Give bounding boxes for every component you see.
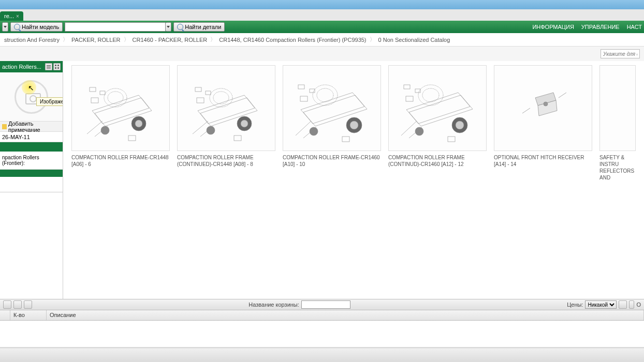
svg-point-40 <box>418 85 443 105</box>
parts-grid: COMPACTION ROLLER FRAME-CR1448 [A06] - 6… <box>63 61 644 299</box>
date-value: 26-MAY-11 <box>2 134 30 140</box>
svg-rect-35 <box>310 89 315 93</box>
part-label: SAFETY & INSTRU REFLECTORS AND <box>599 154 636 181</box>
cart-tool-2[interactable] <box>13 300 22 309</box>
add-note-label: Добавить примечание <box>8 120 61 133</box>
svg-point-7 <box>104 88 127 107</box>
part-card: COMPACTION ROLLER FRAME-CR1460 [A10] - 1… <box>283 65 381 168</box>
svg-point-11 <box>101 126 109 134</box>
part-thumbnail[interactable] <box>71 65 170 151</box>
price-label: Цены: <box>567 301 583 308</box>
breadcrumb-item[interactable]: PACKER, ROLLER <box>71 37 121 43</box>
svg-point-43 <box>456 121 464 129</box>
sidebar: action Rollers... ↖ Изображение недоступ… <box>0 61 63 299</box>
svg-rect-17 <box>128 135 136 141</box>
cart-name-input[interactable] <box>301 300 350 309</box>
th-quantity[interactable]: К-во <box>10 310 47 320</box>
chevron-down-icon <box>167 26 170 28</box>
cart-settings-button[interactable] <box>619 300 627 309</box>
history-dropdown[interactable] <box>2 22 8 32</box>
svg-rect-47 <box>406 96 413 101</box>
svg-rect-25 <box>197 98 204 103</box>
svg-point-32 <box>350 121 358 129</box>
svg-rect-2 <box>47 68 51 69</box>
price-select[interactable]: Никакой <box>585 300 617 309</box>
menu-settings[interactable]: НАСТ <box>627 24 642 30</box>
svg-rect-45 <box>404 85 410 89</box>
search-icon <box>177 24 183 30</box>
breadcrumb-item[interactable]: CR1448, CR1460 Compaction Rollers (Front… <box>219 37 366 43</box>
breadcrumb-item[interactable]: CR1460 - PACKER, ROLLER <box>133 37 208 43</box>
svg-rect-46 <box>415 89 420 93</box>
sidebar-title: action Rollers... <box>2 64 45 70</box>
breadcrumb-item[interactable]: 0 Non Sectionalized Catalog <box>378 37 450 43</box>
sidebar-section-header[interactable] <box>0 142 63 152</box>
toolbar-menu: ИНФОРМАЦИЯ УПРАВЛЕНИЕ НАСТ <box>532 21 642 33</box>
chevron-down-icon <box>4 26 7 28</box>
diagram-icon <box>77 69 165 147</box>
th-blank <box>0 310 10 320</box>
svg-rect-12 <box>90 87 96 92</box>
cart-last-label: О <box>636 301 641 308</box>
model-search-dropdown[interactable] <box>166 22 171 32</box>
main-content: action Rollers... ↖ Изображение недоступ… <box>0 61 644 299</box>
part-label: COMPACTION ROLLER FRAME-CR1448 [A06] - 6 <box>71 154 170 168</box>
svg-rect-24 <box>206 91 211 95</box>
sidebar-image-preview: ↖ Изображение недоступно <box>0 72 63 122</box>
sidebar-spacer <box>0 177 63 192</box>
svg-rect-0 <box>47 65 51 66</box>
svg-point-21 <box>241 120 248 127</box>
cart-dropdown-button[interactable] <box>629 300 634 309</box>
svg-rect-28 <box>234 135 241 141</box>
breadcrumb-item[interactable]: struction And Forestry <box>4 37 60 43</box>
cart-tool-1[interactable] <box>3 300 11 309</box>
filter-input[interactable] <box>601 49 640 58</box>
tab-label: re... <box>4 13 14 19</box>
tab-bar: re... × <box>0 9 644 21</box>
find-parts-label: Найти детали <box>185 24 221 30</box>
cart-tool-3[interactable] <box>24 300 32 309</box>
model-search-input[interactable] <box>65 22 166 32</box>
part-label: COMPACTION ROLLER FRAME (CONTINUED)-CR14… <box>177 154 275 168</box>
search-icon <box>14 24 20 30</box>
part-card: COMPACTION ROLLER FRAME-CR1448 [A06] - 6 <box>71 65 170 168</box>
svg-point-8 <box>108 92 123 104</box>
menu-info[interactable]: ИНФОРМАЦИЯ <box>532 24 574 30</box>
part-card: COMPACTION ROLLER FRAME (CONTINUD)-CR146… <box>388 65 487 168</box>
cursor-icon: ↖ <box>28 84 34 92</box>
main-toolbar: Найти модель Найти детали ИНФОРМАЦИЯ УПР… <box>0 21 644 33</box>
part-label: COMPACTION ROLLER FRAME-CR1460 [A10] - 1… <box>283 154 381 168</box>
cart-name-label: Название корзины: <box>248 301 299 308</box>
sidebar-header: action Rollers... <box>0 61 63 72</box>
part-thumbnail[interactable] <box>388 65 487 151</box>
svg-point-44 <box>415 127 423 135</box>
diagram-icon <box>288 69 376 147</box>
add-note-button[interactable]: Добавить примечание <box>0 122 63 132</box>
sidebar-section-header[interactable] <box>0 170 63 177</box>
app-tab[interactable]: re... × <box>0 11 23 21</box>
close-icon[interactable]: × <box>16 13 19 19</box>
breadcrumb-separator: 〉 <box>370 36 375 43</box>
part-thumbnail[interactable] <box>177 65 275 151</box>
note-icon <box>2 124 7 129</box>
menu-manage[interactable]: УПРАВЛЕНИЕ <box>581 24 620 30</box>
part-card: SAFETY & INSTRU REFLECTORS AND <box>599 65 636 181</box>
svg-point-19 <box>213 92 229 104</box>
filter-row <box>0 47 644 61</box>
view-grid-button[interactable] <box>53 63 61 70</box>
view-list-button[interactable] <box>45 63 52 70</box>
breadcrumb-separator: 〉 <box>63 36 68 43</box>
svg-rect-23 <box>195 87 201 92</box>
find-model-button[interactable]: Найти модель <box>10 22 63 32</box>
find-model-label: Найти модель <box>22 24 59 30</box>
svg-point-29 <box>313 85 338 105</box>
th-description[interactable]: Описание <box>47 310 644 320</box>
svg-point-18 <box>210 88 232 107</box>
svg-rect-4 <box>57 65 59 66</box>
part-thumbnail[interactable] <box>283 65 381 151</box>
part-thumbnail[interactable] <box>599 65 636 151</box>
find-parts-button[interactable]: Найти детали <box>173 22 225 32</box>
part-thumbnail[interactable] <box>494 65 592 151</box>
sidebar-content-item[interactable]: npaction Rollers (Frontier): <box>0 152 63 170</box>
svg-line-53 <box>559 93 566 98</box>
